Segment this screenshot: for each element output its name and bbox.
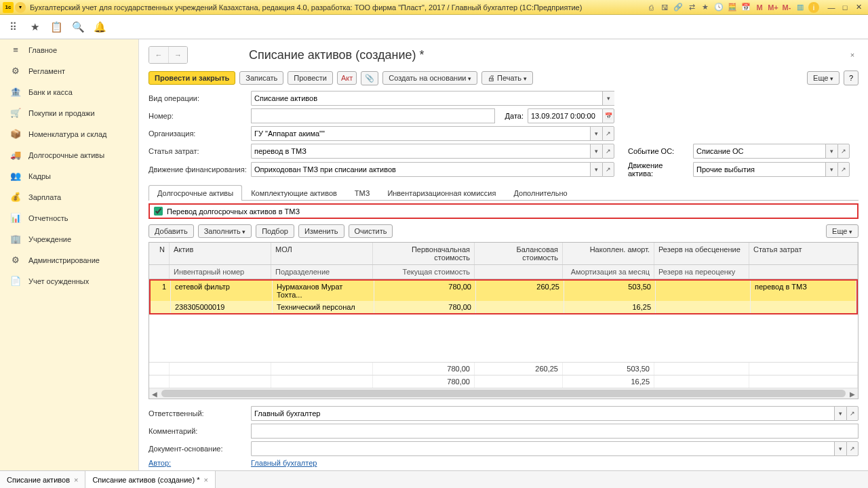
memory-mminus[interactable]: M- [781,2,792,13]
sidebar-item-reports[interactable]: 📊Отчетность [0,207,138,228]
favorite-icon[interactable]: ★ [700,2,711,13]
clear-button[interactable]: Очистить [349,224,393,238]
info-icon[interactable]: i [808,2,819,13]
page-close-button[interactable]: × [846,49,859,61]
scroll-thumb[interactable] [161,390,846,397]
author-link[interactable]: Главный бухгалтер [251,459,317,467]
maximize-button[interactable]: □ [838,2,852,13]
sidebar-item-bank[interactable]: 🏦Банк и касса [0,81,138,102]
dropdown-icon[interactable]: ▾ [590,144,602,159]
post-button[interactable]: Провести [288,71,333,85]
table-row[interactable]: 238305000019 Технический персонал 780,00… [151,301,856,313]
sidebar-item-admin[interactable]: ⚙Администрирование [0,249,138,270]
close-icon[interactable]: × [74,476,78,484]
open-icon[interactable]: ↗ [602,144,614,159]
memory-mplus[interactable]: M+ [768,2,778,13]
col-perv[interactable]: Первоначальная стоимость [373,243,475,264]
calc-icon[interactable]: 🧮 [727,2,738,13]
sidebar-item-assets[interactable]: 🚚Долгосрочные активы [0,144,138,165]
scroll-left-icon[interactable]: ◀ [149,388,160,399]
calendar-icon[interactable]: 📅 [602,108,614,123]
pick-button[interactable]: Подбор [256,224,294,238]
col-tek[interactable]: Текущая стоимость [373,265,475,279]
checkbox-transfer-assets[interactable]: Перевод долгосрочных активов в ТМЗ [149,203,859,219]
print-icon[interactable]: ⎙ [646,2,656,13]
dropdown-icon[interactable]: ▾ [834,441,846,456]
post-and-close-button[interactable]: Провести и закрыть [149,71,235,85]
edit-button[interactable]: Изменить [298,224,344,238]
sidebar-item-main[interactable]: ≡Главное [0,39,138,60]
col-podr[interactable]: Подразделение [271,265,373,279]
input-docbase[interactable] [251,441,834,456]
more-button[interactable]: Еще [807,71,840,85]
input-resp[interactable]: Главный бухгалтер [251,406,834,421]
panels-icon[interactable]: ▥ [795,2,806,13]
apps-icon[interactable]: ⠿ [7,21,19,33]
tab-tmz[interactable]: ТМЗ [346,185,379,201]
open-icon[interactable]: ↗ [602,126,614,141]
checkbox-input[interactable] [154,207,163,216]
input-data[interactable]: 13.09.2017 0:00:00 [528,108,602,123]
tab-components[interactable]: Комплектующие активов [242,185,346,201]
input-nomer[interactable] [251,108,495,123]
minimize-button[interactable]: — [825,2,838,13]
tab-additional[interactable]: Дополнительно [505,185,576,201]
calendar-icon[interactable]: 📅 [741,2,751,13]
search-icon[interactable]: 🔍 [72,21,84,33]
horizontal-scrollbar[interactable]: ◀ ▶ [149,388,858,399]
attach-button[interactable]: 📎 [361,71,378,85]
input-statya[interactable]: перевод в ТМЗ [251,144,590,159]
dropdown-icon[interactable]: ▾ [825,162,837,177]
star-icon[interactable]: ★ [28,21,41,33]
close-button[interactable]: ✕ [852,2,865,13]
sidebar-item-org[interactable]: 🏢Учреждение [0,228,138,249]
dropdown-icon[interactable]: ▾ [834,406,846,421]
sidebar-item-prisoners[interactable]: 📄Учет осужденных [0,270,138,291]
open-icon[interactable]: ↗ [837,144,850,159]
sidebar-item-salary[interactable]: 💰Зарплата [0,186,138,207]
col-rez2[interactable]: Резерв на переоценку [654,265,749,279]
scroll-right-icon[interactable]: ▶ [847,388,858,399]
input-org[interactable]: ГУ "Аппарат акима"" [251,126,590,141]
sidebar-item-reglament[interactable]: ⚙Регламент [0,60,138,81]
tab-assets[interactable]: Долгосрочные активы [149,185,242,201]
history-icon[interactable]: 🕓 [713,2,724,13]
label-author[interactable]: Автор: [149,459,247,467]
clipboard-icon[interactable]: 📋 [50,21,62,33]
dropdown-icon[interactable]: ▾ [825,144,837,159]
col-statya[interactable]: Статья затрат [749,243,858,264]
col-n[interactable]: N [149,243,170,264]
dropdown-icon[interactable]: ▾ [590,126,602,141]
input-dvizh-fin[interactable]: Оприходован ТМЗ при списании активов [251,162,590,177]
sidebar-item-hr[interactable]: 👥Кадры [0,165,138,186]
col-aktiv[interactable]: Актив [170,243,271,264]
back-button[interactable]: ← [149,47,168,63]
dt-kt-button[interactable]: Aкт [337,71,357,85]
compare-icon[interactable]: ⇄ [686,2,697,13]
table-row[interactable]: 1 сетевой фильтр Нурмаханов Мурат Тохта.… [151,281,856,301]
table-more-button[interactable]: Еще [826,224,859,238]
dropdown-icon[interactable]: ▾ [602,91,614,106]
sidebar-item-stock[interactable]: 📦Номенклатура и склад [0,123,138,144]
print-button[interactable]: 🖨 Печать [481,71,533,85]
col-mol[interactable]: МОЛ [271,243,373,264]
fill-button[interactable]: Заполнить [198,224,252,238]
tab-commission[interactable]: Инвентаризационная комиссия [378,185,505,201]
bell-icon[interactable]: 🔔 [94,21,106,33]
input-sobytie[interactable]: Списание ОС [693,144,825,159]
open-icon[interactable]: ↗ [846,406,859,421]
footer-tab-1[interactable]: Списание активов × [0,471,85,488]
input-comment[interactable] [251,424,859,439]
open-icon[interactable]: ↗ [602,162,614,177]
col-amort[interactable]: Накоплен. аморт. [563,243,654,264]
save-icon[interactable]: 🖫 [659,2,670,13]
input-vid-op[interactable]: Списание активов [251,91,602,106]
memory-m[interactable]: M [754,2,765,13]
add-button[interactable]: Добавить [149,224,194,238]
col-bal[interactable]: Балансовая стоимость [475,243,563,264]
link-icon[interactable]: 🔗 [673,2,684,13]
sidebar-item-trade[interactable]: 🛒Покупки и продажи [0,102,138,123]
open-icon[interactable]: ↗ [846,441,859,456]
input-dvizh-akt[interactable]: Прочие выбытия [693,162,825,177]
dropdown-icon[interactable]: ▾ [590,162,602,177]
